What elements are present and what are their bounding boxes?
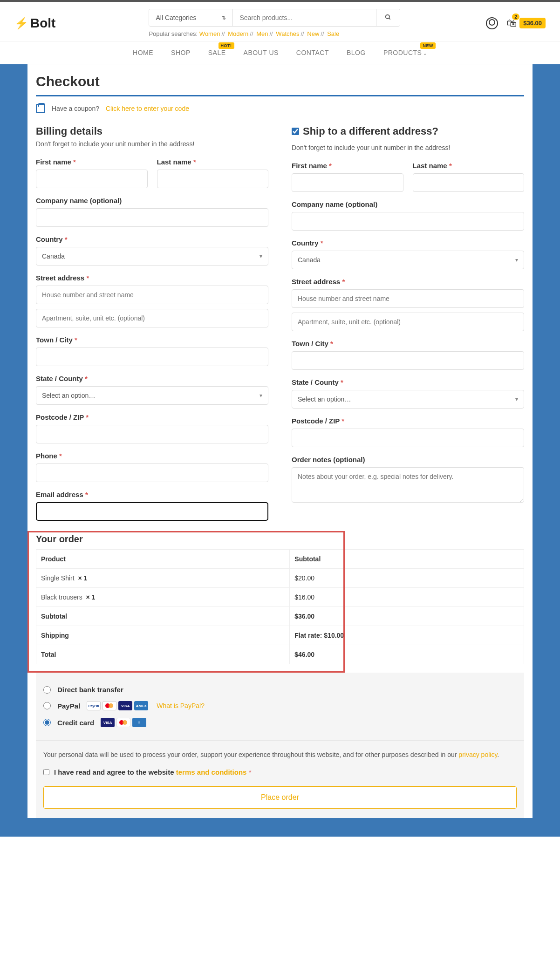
label-slast: Last name * [413,162,525,170]
label-szip: Postcode / ZIP * [292,417,524,425]
page-title: Checkout [36,74,524,96]
shipping-last-name[interactable] [413,173,525,192]
ship-different-toggle[interactable]: Ship to a different address? [292,125,524,137]
label-state: State / County * [36,375,268,382]
agree-checkbox[interactable] [43,769,49,775]
label-first-name: First name * [36,158,148,166]
shipping-first-name[interactable] [292,173,403,192]
agree-terms[interactable]: I have read and agree to the website ter… [43,768,517,776]
label-sstate: State / County * [292,378,524,386]
logo-text: Bolt [30,16,55,31]
popular-searches: Popular searches: Women// Modern// Men//… [149,30,400,37]
cc-card-icons: VISA≡ [101,718,146,727]
label-last-name: Last name * [157,158,269,166]
shipping-sub: Don't forget to include your unit number… [292,144,524,151]
pay-paypal[interactable]: PayPal PayPalVISAAMEX What is PayPal? [43,697,517,714]
label-company: Company name (optional) [36,197,268,204]
popular-link[interactable]: Men [256,30,268,37]
billing-company[interactable] [36,208,268,227]
nav-sale[interactable]: SALEHOT! [208,49,226,56]
billing-email[interactable] [36,502,268,521]
coupon-link[interactable]: Click here to enter your code [106,105,189,112]
billing-street2[interactable] [36,309,268,327]
shipping-city[interactable] [292,351,524,370]
shipping-street1[interactable] [292,289,524,308]
nav-blog[interactable]: BLOG [347,49,366,56]
label-scompany: Company name (optional) [292,200,524,208]
billing-city[interactable] [36,348,268,366]
popular-link[interactable]: Watches [276,30,299,37]
new-badge: NEW [420,42,436,49]
bolt-icon: ⚡ [14,17,28,30]
popular-link[interactable]: New [307,30,319,37]
billing-sub: Don't forget to include your unit number… [36,140,268,148]
ship-different-checkbox[interactable] [292,128,299,135]
svg-point-0 [386,14,389,18]
order-row: Single Shirt × 1$20.00 [36,569,524,588]
shipping-state-select[interactable]: Select an option… [292,390,524,409]
billing-zip[interactable] [36,425,268,443]
user-account-icon[interactable] [486,17,498,29]
nav-products[interactable]: PRODUCTS⌄NEW [383,49,427,56]
privacy-text: Your personal data will be used to proce… [43,750,517,760]
nav-about[interactable]: ABOUT US [244,49,279,56]
hot-badge: HOT! [219,42,234,49]
billing-street1[interactable] [36,286,268,304]
billing-phone[interactable] [36,463,268,482]
search-button[interactable] [376,9,400,26]
shipping-street2[interactable] [292,313,524,331]
shipping-company[interactable] [292,212,524,231]
label-notes: Order notes (optional) [292,456,524,463]
label-sstreet: Street address * [292,278,524,286]
cart-total: $36.00 [519,18,546,28]
nav-shop[interactable]: SHOP [171,49,191,56]
popular-link[interactable]: Women [199,30,220,37]
label-scity: Town / City * [292,340,524,348]
category-select[interactable]: All Categories [149,9,233,26]
order-table: ProductSubtotal Single Shirt × 1$20.00 B… [36,549,524,664]
cart-button[interactable]: 🛍 2 $36.00 [506,17,546,29]
order-row: Black trousers × 1$16.00 [36,588,524,607]
pay-bank[interactable]: Direct bank transfer [43,682,517,697]
place-order-button[interactable]: Place order [43,786,517,809]
logo[interactable]: ⚡ Bolt [14,16,55,31]
label-phone: Phone * [36,452,268,460]
order-notes[interactable] [292,467,524,503]
shipping-zip[interactable] [292,429,524,447]
billing-last-name[interactable] [157,170,269,188]
label-zip: Postcode / ZIP * [36,413,268,421]
search-input[interactable] [233,9,376,26]
coupon-icon [36,104,45,113]
paypal-card-icons: PayPalVISAAMEX [87,701,148,710]
nav-home[interactable]: HOME [133,49,153,56]
privacy-link[interactable]: privacy policy [458,751,497,758]
label-scountry: Country * [292,239,524,247]
coupon-prompt: Have a coupon? [52,105,99,112]
nav-contact[interactable]: CONTACT [296,49,329,56]
label-street: Street address * [36,274,268,282]
whatis-paypal-link[interactable]: What is PayPal? [157,702,205,709]
cart-count-badge: 2 [512,14,519,20]
svg-line-1 [389,18,390,19]
terms-link[interactable]: terms and conditions [176,768,247,776]
search-icon [385,14,391,20]
billing-first-name[interactable] [36,170,148,188]
chevron-down-icon: ⌄ [423,51,427,56]
label-country: Country * [36,235,268,243]
label-sfirst: First name * [292,162,403,170]
billing-state-select[interactable]: Select an option… [36,386,268,405]
popular-link[interactable]: Sale [327,30,339,37]
shipping-country-select[interactable]: Canada [292,251,524,269]
billing-heading: Billing details [36,125,268,137]
popular-link[interactable]: Modern [228,30,248,37]
pay-cc[interactable]: Credit card VISA≡ [43,714,517,731]
billing-country-select[interactable]: Canada [36,247,268,266]
label-email: Email address * [36,491,268,498]
order-heading: Your order [36,534,524,545]
label-city: Town / City * [36,336,268,344]
